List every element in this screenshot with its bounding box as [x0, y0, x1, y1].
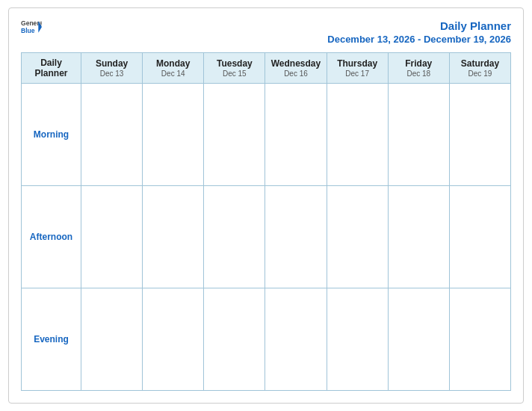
- col-header-sun: Sunday Dec 13: [81, 52, 143, 83]
- sat-day: Saturday: [451, 58, 509, 69]
- col-header-tue: Tuesday Dec 15: [204, 52, 265, 83]
- label-evening: Evening: [22, 288, 81, 390]
- header-row: Daily Planner Sunday Dec 13 Monday Dec 1…: [22, 52, 511, 83]
- col-header-label: Daily Planner: [22, 52, 81, 83]
- cell-tue-morning[interactable]: [204, 83, 265, 185]
- cell-mon-morning[interactable]: [143, 83, 204, 185]
- cell-wed-evening[interactable]: [265, 288, 327, 390]
- tue-day: Tuesday: [205, 58, 263, 69]
- cell-sun-morning[interactable]: [81, 83, 143, 185]
- mon-date: Dec 14: [161, 69, 185, 78]
- sun-day: Sunday: [83, 58, 140, 69]
- label-day2: Planner: [23, 68, 79, 78]
- wed-date: Dec 16: [284, 69, 308, 78]
- cell-thu-morning[interactable]: [327, 83, 388, 185]
- fri-day: Friday: [390, 58, 448, 69]
- cell-fri-evening[interactable]: [388, 288, 449, 390]
- date-range: December 13, 2026 - December 19, 2026: [327, 34, 511, 45]
- row-evening: Evening: [22, 288, 511, 390]
- logo: General Blue: [21, 19, 42, 35]
- cell-mon-evening[interactable]: [143, 288, 204, 390]
- col-header-fri: Friday Dec 18: [388, 52, 449, 83]
- wed-day: Wednesday: [267, 58, 324, 69]
- row-afternoon: Afternoon: [22, 185, 511, 288]
- cell-fri-morning[interactable]: [388, 83, 449, 185]
- cell-thu-afternoon[interactable]: [327, 185, 388, 288]
- page: General Blue Daily Planner December 13, …: [8, 7, 524, 404]
- col-header-mon: Monday Dec 14: [143, 52, 204, 83]
- cell-thu-evening[interactable]: [327, 288, 388, 390]
- cell-mon-afternoon[interactable]: [143, 185, 204, 288]
- cell-sun-afternoon[interactable]: [81, 185, 143, 288]
- cell-wed-morning[interactable]: [265, 83, 327, 185]
- planner-title: Daily Planner: [327, 19, 511, 34]
- cell-sat-afternoon[interactable]: [449, 185, 510, 288]
- thu-day: Thursday: [329, 58, 386, 69]
- cell-wed-afternoon[interactable]: [265, 185, 327, 288]
- general-blue-icon: General Blue: [21, 19, 42, 35]
- header-right: Daily Planner December 13, 2026 - Decemb…: [327, 19, 511, 45]
- label-afternoon: Afternoon: [22, 185, 81, 288]
- thu-date: Dec 17: [345, 69, 369, 78]
- label-morning: Morning: [22, 83, 81, 185]
- svg-text:Blue: Blue: [21, 27, 35, 34]
- cell-fri-afternoon[interactable]: [388, 185, 449, 288]
- cell-sat-evening[interactable]: [449, 288, 510, 390]
- col-header-thu: Thursday Dec 17: [327, 52, 388, 83]
- fri-date: Dec 18: [406, 69, 430, 78]
- cell-tue-evening[interactable]: [204, 288, 265, 390]
- calendar-table: Daily Planner Sunday Dec 13 Monday Dec 1…: [21, 52, 511, 392]
- cell-sat-morning[interactable]: [449, 83, 510, 185]
- sat-date: Dec 19: [468, 69, 492, 78]
- col-header-wed: Wednesday Dec 16: [265, 52, 327, 83]
- col-header-sat: Saturday Dec 19: [449, 52, 510, 83]
- cell-tue-afternoon[interactable]: [204, 185, 265, 288]
- sun-date: Dec 13: [100, 69, 124, 78]
- tue-date: Dec 15: [223, 69, 247, 78]
- label-day1: Daily: [23, 58, 79, 68]
- row-morning: Morning: [22, 83, 511, 185]
- header: General Blue Daily Planner December 13, …: [21, 19, 511, 45]
- mon-day: Monday: [144, 58, 202, 69]
- cell-sun-evening[interactable]: [81, 288, 143, 390]
